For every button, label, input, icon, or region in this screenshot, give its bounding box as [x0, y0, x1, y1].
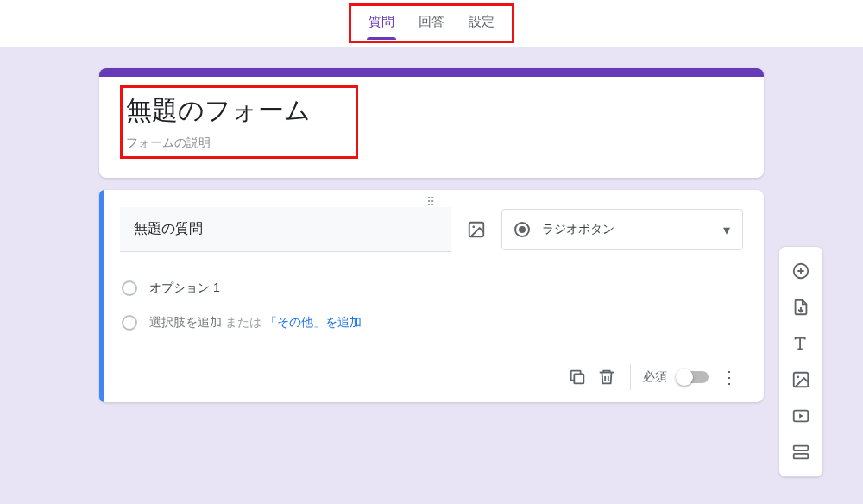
add-option-button[interactable]: 選択肢を追加 — [149, 315, 222, 329]
add-section-icon[interactable] — [785, 437, 816, 468]
svg-rect-2 — [574, 374, 583, 383]
add-image-icon[interactable] — [785, 364, 816, 395]
form-header-card[interactable]: 無題のフォーム フォームの説明 — [99, 68, 764, 178]
tab-settings[interactable]: 設定 — [469, 6, 494, 35]
svg-rect-7 — [794, 446, 809, 451]
question-top-row: ラジオボタン ▾ — [120, 207, 743, 252]
question-footer: 必須 ⋮ — [120, 364, 743, 390]
more-menu-icon[interactable]: ⋮ — [715, 367, 743, 387]
question-card[interactable]: ⠿ ラジオボタン ▾ オプション 1 選択肢を追加 または — [99, 190, 764, 402]
tab-questions[interactable]: 質問 — [369, 6, 394, 35]
required-label: 必須 — [643, 369, 667, 385]
question-type-select[interactable]: ラジオボタン ▾ — [501, 209, 743, 250]
import-questions-icon[interactable] — [785, 292, 816, 323]
tab-responses[interactable]: 回答 — [419, 6, 444, 35]
svg-rect-8 — [794, 454, 809, 459]
add-question-icon[interactable] — [785, 255, 816, 287]
side-toolbar — [778, 246, 823, 477]
tabs-highlight-box: 質問 回答 設定 — [349, 3, 514, 43]
add-title-icon[interactable] — [785, 328, 816, 359]
required-toggle[interactable] — [677, 371, 709, 383]
form-canvas: 無題のフォーム フォームの説明 ⠿ ラジオボタン ▾ オプション 1 — [0, 47, 863, 504]
drag-handle-icon[interactable]: ⠿ — [426, 195, 437, 209]
duplicate-icon[interactable] — [566, 366, 589, 388]
form-title[interactable]: 無題のフォーム — [126, 93, 311, 127]
option-radio-icon — [122, 315, 137, 331]
option-radio-icon — [122, 280, 137, 296]
form-description[interactable]: フォームの説明 — [126, 135, 311, 151]
add-option-row: 選択肢を追加 または 「その他」を追加 — [122, 306, 743, 340]
radio-icon — [514, 222, 530, 237]
question-title-input[interactable] — [120, 207, 451, 252]
option-label[interactable]: オプション 1 — [149, 280, 220, 296]
options-list: オプション 1 選択肢を追加 または 「その他」を追加 — [120, 271, 743, 340]
caret-down-icon: ▾ — [723, 222, 730, 238]
svg-point-5 — [797, 375, 799, 378]
delete-icon[interactable] — [595, 366, 618, 388]
insert-image-icon[interactable] — [465, 218, 488, 241]
or-label: または — [225, 315, 265, 329]
divider — [630, 364, 631, 390]
title-highlight-box: 無題のフォーム フォームの説明 — [120, 85, 358, 159]
svg-point-1 — [472, 225, 475, 228]
top-tab-bar: 質問 回答 設定 — [0, 0, 863, 47]
add-other-button[interactable]: 「その他」を追加 — [265, 315, 362, 329]
add-video-icon[interactable] — [785, 400, 816, 432]
question-type-label: ラジオボタン — [542, 222, 711, 237]
option-row[interactable]: オプション 1 — [122, 271, 743, 306]
